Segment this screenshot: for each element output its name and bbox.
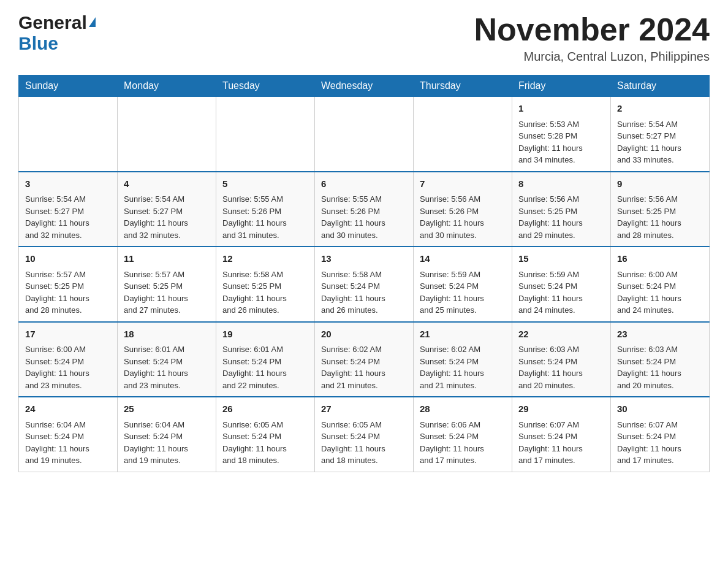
day-info: Sunrise: 5:55 AM Sunset: 5:26 PM Dayligh…: [222, 193, 308, 241]
day-info: Sunrise: 6:03 AM Sunset: 5:24 PM Dayligh…: [617, 343, 703, 391]
day-number: 26: [222, 402, 308, 416]
calendar-cell: 27Sunrise: 6:05 AM Sunset: 5:24 PM Dayli…: [315, 397, 414, 472]
day-info: Sunrise: 6:07 AM Sunset: 5:24 PM Dayligh…: [617, 419, 703, 467]
calendar-cell: [19, 97, 118, 172]
day-info: Sunrise: 5:55 AM Sunset: 5:26 PM Dayligh…: [321, 193, 407, 241]
day-number: 20: [321, 327, 407, 342]
logo-blue: Blue: [18, 33, 58, 54]
day-number: 23: [617, 327, 703, 342]
day-number: 8: [518, 177, 604, 191]
logo-general: General: [18, 12, 87, 33]
day-number: 1: [518, 102, 604, 116]
calendar-cell: 13Sunrise: 5:58 AM Sunset: 5:24 PM Dayli…: [315, 247, 414, 322]
day-info: Sunrise: 5:58 AM Sunset: 5:25 PM Dayligh…: [222, 269, 308, 316]
calendar-week-row: 24Sunrise: 6:04 AM Sunset: 5:24 PM Dayli…: [19, 397, 710, 472]
header-monday: Monday: [118, 75, 216, 97]
day-number: 7: [420, 177, 506, 191]
day-info: Sunrise: 5:54 AM Sunset: 5:27 PM Dayligh…: [124, 193, 210, 241]
day-info: Sunrise: 6:04 AM Sunset: 5:24 PM Dayligh…: [25, 419, 111, 467]
calendar-week-row: 10Sunrise: 5:57 AM Sunset: 5:25 PM Dayli…: [19, 247, 710, 322]
day-info: Sunrise: 5:53 AM Sunset: 5:28 PM Dayligh…: [518, 118, 604, 166]
day-info: Sunrise: 6:02 AM Sunset: 5:24 PM Dayligh…: [420, 343, 506, 391]
day-number: 9: [617, 177, 703, 191]
calendar-cell: 29Sunrise: 6:07 AM Sunset: 5:24 PM Dayli…: [512, 397, 611, 472]
day-number: 27: [321, 402, 407, 416]
day-info: Sunrise: 6:01 AM Sunset: 5:24 PM Dayligh…: [124, 343, 210, 391]
calendar-cell: [216, 97, 315, 172]
title-area: November 2024 Murcia, Central Luzon, Phi…: [474, 12, 710, 64]
day-info: Sunrise: 5:54 AM Sunset: 5:27 PM Dayligh…: [617, 118, 703, 166]
header-saturday: Saturday: [611, 75, 710, 97]
day-number: 22: [518, 327, 604, 342]
calendar-cell: 22Sunrise: 6:03 AM Sunset: 5:24 PM Dayli…: [512, 322, 611, 397]
day-info: Sunrise: 6:02 AM Sunset: 5:24 PM Dayligh…: [321, 343, 407, 391]
day-info: Sunrise: 6:00 AM Sunset: 5:24 PM Dayligh…: [25, 343, 111, 391]
calendar-week-row: 1Sunrise: 5:53 AM Sunset: 5:28 PM Daylig…: [19, 97, 710, 172]
day-info: Sunrise: 5:56 AM Sunset: 5:25 PM Dayligh…: [518, 193, 604, 241]
day-info: Sunrise: 5:57 AM Sunset: 5:25 PM Dayligh…: [25, 269, 111, 316]
day-info: Sunrise: 5:59 AM Sunset: 5:24 PM Dayligh…: [518, 269, 604, 316]
calendar-cell: [414, 97, 512, 172]
day-info: Sunrise: 5:56 AM Sunset: 5:26 PM Dayligh…: [420, 193, 506, 241]
month-title: November 2024: [474, 12, 710, 47]
calendar-table: Sunday Monday Tuesday Wednesday Thursday…: [18, 75, 710, 472]
calendar-cell: 11Sunrise: 5:57 AM Sunset: 5:25 PM Dayli…: [118, 247, 216, 322]
day-info: Sunrise: 6:00 AM Sunset: 5:24 PM Dayligh…: [617, 269, 703, 316]
logo: General Blue: [18, 12, 96, 54]
day-number: 30: [617, 402, 703, 416]
day-number: 5: [222, 177, 308, 191]
day-number: 6: [321, 177, 407, 191]
calendar-cell: 25Sunrise: 6:04 AM Sunset: 5:24 PM Dayli…: [118, 397, 216, 472]
calendar-cell: [118, 97, 216, 172]
day-number: 4: [124, 177, 210, 191]
calendar-cell: 21Sunrise: 6:02 AM Sunset: 5:24 PM Dayli…: [414, 322, 512, 397]
page-header: General Blue November 2024 Murcia, Centr…: [18, 12, 710, 64]
day-number: 19: [222, 327, 308, 342]
day-info: Sunrise: 5:57 AM Sunset: 5:25 PM Dayligh…: [124, 269, 210, 316]
calendar-cell: 23Sunrise: 6:03 AM Sunset: 5:24 PM Dayli…: [611, 322, 710, 397]
day-number: 11: [124, 252, 210, 266]
day-number: 14: [420, 252, 506, 266]
calendar-cell: 6Sunrise: 5:55 AM Sunset: 5:26 PM Daylig…: [315, 172, 414, 247]
logo-triangle-icon: [89, 17, 96, 27]
day-info: Sunrise: 6:05 AM Sunset: 5:24 PM Dayligh…: [222, 419, 308, 467]
day-number: 21: [420, 327, 506, 342]
day-number: 13: [321, 252, 407, 266]
calendar-cell: 2Sunrise: 5:54 AM Sunset: 5:27 PM Daylig…: [611, 97, 710, 172]
day-number: 25: [124, 402, 210, 416]
calendar-cell: 14Sunrise: 5:59 AM Sunset: 5:24 PM Dayli…: [414, 247, 512, 322]
calendar-cell: [315, 97, 414, 172]
day-number: 24: [25, 402, 111, 416]
day-info: Sunrise: 5:59 AM Sunset: 5:24 PM Dayligh…: [420, 269, 506, 316]
calendar-cell: 4Sunrise: 5:54 AM Sunset: 5:27 PM Daylig…: [118, 172, 216, 247]
location: Murcia, Central Luzon, Philippines: [474, 50, 710, 64]
calendar-cell: 3Sunrise: 5:54 AM Sunset: 5:27 PM Daylig…: [19, 172, 118, 247]
day-number: 29: [518, 402, 604, 416]
calendar-cell: 1Sunrise: 5:53 AM Sunset: 5:28 PM Daylig…: [512, 97, 611, 172]
calendar-cell: 10Sunrise: 5:57 AM Sunset: 5:25 PM Dayli…: [19, 247, 118, 322]
calendar-cell: 15Sunrise: 5:59 AM Sunset: 5:24 PM Dayli…: [512, 247, 611, 322]
day-info: Sunrise: 5:58 AM Sunset: 5:24 PM Dayligh…: [321, 269, 407, 316]
calendar-cell: 9Sunrise: 5:56 AM Sunset: 5:25 PM Daylig…: [611, 172, 710, 247]
day-info: Sunrise: 6:06 AM Sunset: 5:24 PM Dayligh…: [420, 419, 506, 467]
calendar-cell: 8Sunrise: 5:56 AM Sunset: 5:25 PM Daylig…: [512, 172, 611, 247]
calendar-week-row: 3Sunrise: 5:54 AM Sunset: 5:27 PM Daylig…: [19, 172, 710, 247]
day-number: 2: [617, 102, 703, 116]
calendar-cell: 7Sunrise: 5:56 AM Sunset: 5:26 PM Daylig…: [414, 172, 512, 247]
calendar-cell: 26Sunrise: 6:05 AM Sunset: 5:24 PM Dayli…: [216, 397, 315, 472]
day-info: Sunrise: 6:01 AM Sunset: 5:24 PM Dayligh…: [222, 343, 308, 391]
day-number: 17: [25, 327, 111, 342]
day-info: Sunrise: 5:56 AM Sunset: 5:25 PM Dayligh…: [617, 193, 703, 241]
calendar-cell: 16Sunrise: 6:00 AM Sunset: 5:24 PM Dayli…: [611, 247, 710, 322]
header-thursday: Thursday: [414, 75, 512, 97]
calendar-cell: 24Sunrise: 6:04 AM Sunset: 5:24 PM Dayli…: [19, 397, 118, 472]
calendar-cell: 28Sunrise: 6:06 AM Sunset: 5:24 PM Dayli…: [414, 397, 512, 472]
day-number: 15: [518, 252, 604, 266]
day-info: Sunrise: 5:54 AM Sunset: 5:27 PM Dayligh…: [25, 193, 111, 241]
day-number: 3: [25, 177, 111, 191]
day-info: Sunrise: 6:03 AM Sunset: 5:24 PM Dayligh…: [518, 343, 604, 391]
day-info: Sunrise: 6:04 AM Sunset: 5:24 PM Dayligh…: [124, 419, 210, 467]
day-number: 16: [617, 252, 703, 266]
calendar-cell: 19Sunrise: 6:01 AM Sunset: 5:24 PM Dayli…: [216, 322, 315, 397]
day-number: 28: [420, 402, 506, 416]
